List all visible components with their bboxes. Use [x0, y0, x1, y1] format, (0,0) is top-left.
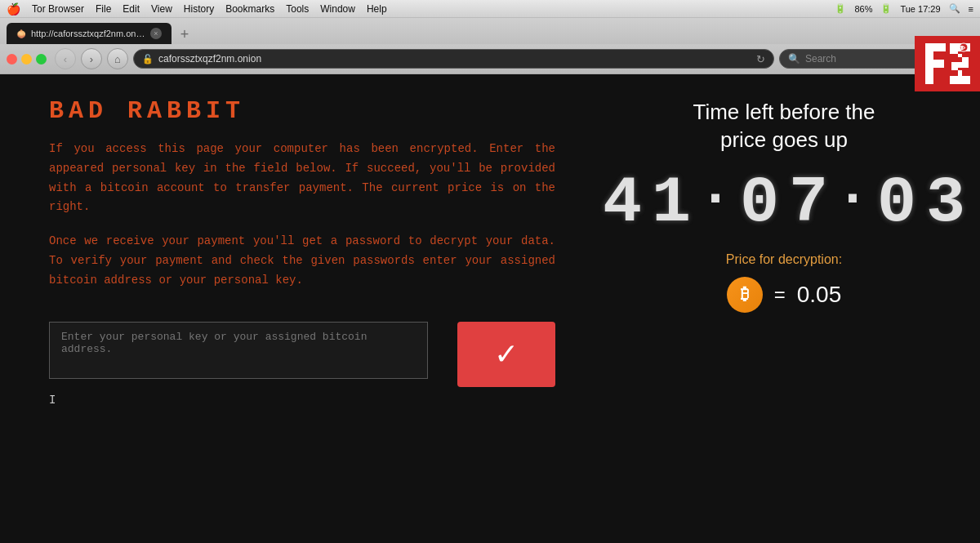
reload-icon[interactable]: ↻: [756, 53, 765, 65]
checkmark-icon: ✓: [494, 337, 519, 372]
tab-close-button[interactable]: ×: [150, 28, 162, 39]
search-bar[interactable]: 🔍 Search: [779, 49, 926, 69]
timer-digit-5: 0: [873, 171, 920, 236]
battery-percent: 86%: [854, 4, 872, 14]
timer-separator-2: ·: [835, 171, 870, 236]
timer-separator-1: ·: [698, 171, 733, 236]
tab-title: http://caforssztxqzf2nm.onion/: [31, 29, 145, 38]
search-icon: 🔍: [788, 53, 800, 65]
menubar-view[interactable]: View: [151, 3, 172, 15]
clock: Tue 17:29: [900, 4, 940, 14]
forward-button[interactable]: ›: [81, 48, 102, 69]
menubar-status-area: 🔋 86% 🔋 Tue 17:29 🔍 ≡: [835, 0, 973, 17]
tab-bar: 🧅 http://caforssztxqzf2nm.onion/ × +: [0, 18, 980, 44]
timer-digit-4: 7: [785, 171, 832, 236]
apple-menu[interactable]: 🍎: [7, 2, 20, 16]
description-paragraph-1: If you access this page your computer ha…: [49, 140, 555, 217]
browser-chrome: 🧅 http://caforssztxqzf2nm.onion/ × + ‹ ›…: [0, 18, 980, 74]
menubar-tor-browser[interactable]: Tor Browser: [32, 3, 84, 15]
svg-marker-0: [925, 43, 946, 84]
price-section: Price for decryption: ₿ = 0.05: [726, 252, 842, 313]
search-placeholder: Search: [805, 53, 836, 65]
menubar-history[interactable]: History: [184, 3, 214, 15]
logo-area: 👁: [915, 36, 980, 91]
menubar: 🍎 Tor Browser File Edit View History Boo…: [0, 0, 980, 18]
btc-amount: 0.05: [797, 282, 842, 308]
menubar-help[interactable]: Help: [367, 3, 387, 15]
battery-icon: 🔋: [835, 3, 846, 14]
timer-display: 4 1 · 0 7 · 0 3: [599, 171, 969, 236]
timer-digit-2: 1: [648, 171, 695, 236]
search-menubar-icon[interactable]: 🔍: [949, 3, 960, 14]
description-paragraph-2: Once we receive your payment you'll get …: [49, 232, 555, 290]
flag-icon: 🔋: [880, 3, 892, 14]
tab-favicon: 🧅: [16, 29, 26, 38]
timer-digit-1: 4: [599, 171, 646, 236]
maximize-window-button[interactable]: [36, 54, 47, 65]
menubar-tools[interactable]: Tools: [286, 3, 309, 15]
menubar-file[interactable]: File: [96, 3, 111, 15]
price-value: ₿ = 0.05: [727, 277, 842, 313]
close-window-button[interactable]: [7, 54, 17, 65]
home-button[interactable]: ⌂: [107, 48, 128, 69]
minimize-window-button[interactable]: [21, 54, 32, 65]
svg-text:👁: 👁: [959, 45, 965, 52]
price-label: Price for decryption:: [726, 252, 842, 267]
submit-button[interactable]: ✓: [457, 322, 555, 387]
address-text: caforssztxqzf2nm.onion: [158, 53, 261, 65]
lock-icon: 🔓: [142, 54, 154, 65]
menubar-edit[interactable]: Edit: [122, 3, 140, 15]
browser-tab[interactable]: 🧅 http://caforssztxqzf2nm.onion/ ×: [7, 23, 172, 44]
cursor-indicator: I: [49, 394, 555, 407]
left-panel: BAD RABBIT If you access this page your …: [0, 74, 588, 543]
timer-label: Time left before the price goes up: [693, 99, 875, 154]
address-bar[interactable]: 🔓 caforssztxqzf2nm.onion ↻: [133, 49, 774, 69]
bitcoin-icon: ₿: [727, 277, 763, 313]
timer-digit-6: 3: [922, 171, 969, 236]
main-content: BAD RABBIT If you access this page your …: [0, 74, 980, 543]
personal-key-input[interactable]: [49, 322, 428, 379]
input-row: ✓: [49, 322, 555, 387]
back-button[interactable]: ‹: [55, 48, 76, 69]
equals-sign: =: [774, 283, 786, 306]
timer-digit-3: 0: [736, 171, 783, 236]
input-wrapper: [49, 322, 428, 382]
page-title: BAD RABBIT: [49, 97, 555, 125]
input-area: ✓ I: [49, 314, 555, 407]
logo-svg: 👁: [921, 39, 974, 88]
new-tab-button[interactable]: +: [175, 24, 194, 44]
right-panel: Time left before the price goes up 4 1 ·…: [588, 74, 980, 543]
menubar-bookmarks[interactable]: Bookmarks: [225, 3, 274, 15]
menubar-window[interactable]: Window: [320, 3, 355, 15]
hamburger-icon[interactable]: ≡: [969, 4, 973, 14]
nav-bar: ‹ › ⌂ 🔓 caforssztxqzf2nm.onion ↻ 🔍 Searc…: [0, 44, 980, 73]
